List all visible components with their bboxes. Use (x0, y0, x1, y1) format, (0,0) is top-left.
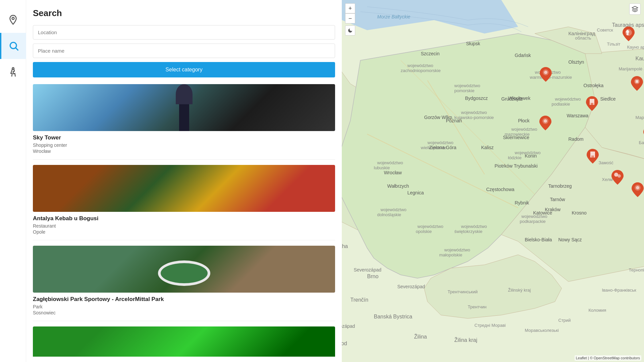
result-type-zaglebiowski-park: Park (33, 304, 335, 309)
svg-text:województwo: województwo (511, 127, 537, 132)
attribution-osm: © OpenStreetMap contributors (590, 356, 640, 360)
svg-text:Severozápad: Severozápad (397, 284, 425, 289)
svg-text:Konin: Konin (525, 153, 537, 159)
svg-text:województwo: województwo (407, 63, 433, 68)
svg-text:opolskie: opolskie (416, 229, 432, 234)
svg-point-0 (12, 17, 14, 20)
result-location-zaglebiowski-park: Sosnowiec (33, 310, 335, 315)
svg-line-2 (16, 48, 18, 50)
svg-text:Trenčín: Trenčín (351, 297, 369, 303)
svg-text:województwo: województwo (454, 83, 480, 88)
result-card-forest[interactable]: Forest AreaNaturePoland (33, 326, 335, 357)
svg-text:województwo: województwo (427, 140, 453, 145)
svg-text:Marijampolė apskritis: Marijampolė apskritis (619, 66, 644, 71)
map-pin-silesia[interactable] (632, 182, 644, 198)
svg-text:Моравськолезькі: Моравськолезькі (525, 328, 559, 333)
svg-text:lubuskie: lubuskie (374, 165, 390, 170)
svg-text:Severozápad: Severozápad (354, 267, 382, 273)
svg-point-144 (636, 186, 639, 189)
svg-text:Zielona Góra: Zielona Góra (429, 145, 457, 150)
svg-text:Ostrołęka: Ostrołęka (584, 83, 604, 88)
map-pin-poznan[interactable] (586, 96, 598, 112)
svg-text:Žilinský kraj: Žilinský kraj (508, 288, 531, 293)
svg-text:Gdańsk: Gdańsk (515, 53, 531, 58)
svg-point-1 (10, 42, 16, 49)
map-pin-zielona[interactable] (539, 116, 551, 132)
svg-text:podlaskie: podlaskie (552, 102, 570, 107)
result-name-zaglebiowski-park: Zagłębiowski Park Sportowy - ArcelorMitt… (33, 296, 335, 303)
svg-text:Стредні Мораві: Стредні Мораві (475, 323, 506, 328)
attribution-leaflet: Leaflet (576, 356, 587, 360)
svg-rect-127 (626, 31, 629, 33)
place-name-input[interactable] (33, 44, 335, 58)
svg-text:małopolskie: małopolskie (439, 252, 463, 257)
svg-text:Krosno: Krosno (572, 210, 587, 216)
svg-marker-149 (632, 6, 638, 9)
svg-text:Коломия: Коломия (589, 308, 606, 313)
svg-text:Kaunas: Kaunas (636, 56, 644, 61)
svg-text:Praha: Praha (342, 243, 348, 249)
svg-text:Bydgoszcz: Bydgoszcz (465, 96, 488, 101)
location-input[interactable] (33, 25, 335, 40)
map-pin-gdansk[interactable] (623, 26, 635, 43)
svg-text:łódzkie: łódzkie (508, 155, 522, 160)
map-controls: + − (345, 3, 355, 36)
sidebar-item-hike[interactable] (0, 59, 26, 85)
svg-text:podkarpackie: podkarpackie (520, 219, 546, 224)
svg-text:Szczecin: Szczecin (421, 51, 440, 56)
map-pin-wroclaw[interactable] (587, 149, 599, 165)
map-area[interactable]: województwo zachodniopomorskie województ… (342, 0, 644, 362)
svg-text:województwo: województwo (377, 160, 403, 165)
svg-text:dolnośląskie: dolnośląskie (377, 212, 401, 217)
map-pin-opole-1[interactable] (611, 170, 624, 186)
svg-text:Замość: Замość (599, 160, 614, 165)
result-card-zaglebiowski-park[interactable]: Zagłębiowski Park Sportowy - ArcelorMitt… (33, 246, 335, 321)
map-svg: województwo zachodniopomorskie województ… (342, 0, 644, 362)
svg-text:Brno: Brno (367, 274, 379, 279)
map-pin-szczecin[interactable] (540, 67, 552, 83)
app-layout: Search Select category Sky TowerShopping… (0, 0, 644, 362)
svg-text:Częstochowa: Częstochowa (486, 187, 515, 192)
svg-text:województwo: województwo (417, 224, 443, 229)
svg-text:Banská Bystrica: Banská Bystrica (374, 314, 413, 319)
svg-text:Olsztyn: Olsztyn (569, 59, 584, 65)
svg-text:Jihovýchod: Jihovýchod (342, 341, 347, 346)
map-attribution: Leaflet | © OpenStreetMap contributors (575, 355, 641, 361)
map-pin-bydgoszcz[interactable] (631, 76, 643, 92)
svg-text:Morze Bałtyckie: Morze Bałtyckie (377, 14, 411, 19)
svg-text:Каунo apskritis: Каунo apskritis (627, 45, 644, 50)
svg-text:Skierniewice: Skierniewice (503, 135, 530, 140)
svg-text:Tarnów: Tarnów (550, 197, 566, 202)
svg-text:Wałbrzych: Wałbrzych (387, 183, 409, 189)
result-type-antalya-kebab: Restaurant (33, 223, 335, 229)
sidebar-nav (0, 0, 26, 362)
result-card-sky-tower[interactable]: Sky TowerShopping centerWrocław (33, 84, 335, 160)
result-img-zaglebiowski-park (33, 246, 335, 293)
svg-text:Тернопіль: Тернопіль (629, 267, 644, 273)
search-panel: Search Select category Sky TowerShopping… (26, 0, 342, 362)
select-category-button[interactable]: Select category (33, 62, 335, 77)
svg-text:Poznań: Poznań (446, 118, 462, 123)
map-layer-button[interactable] (629, 3, 641, 15)
svg-point-142 (618, 174, 621, 178)
svg-point-136 (544, 119, 547, 123)
result-card-antalya-kebab[interactable]: Antalya Kebab u BogusiRestaurantOpole (33, 165, 335, 240)
svg-text:Nowy Sącz: Nowy Sącz (558, 237, 582, 242)
sidebar-item-search[interactable] (0, 33, 26, 59)
svg-text:Трентчинський: Трентчинський (448, 289, 478, 294)
svg-text:Tarnobrzeg: Tarnobrzeg (548, 183, 572, 189)
dark-mode-button[interactable] (345, 25, 355, 36)
result-type-sky-tower: Shopping center (33, 142, 335, 148)
svg-text:województwo: województwo (555, 97, 581, 102)
svg-text:Kalisz: Kalisz (481, 145, 494, 150)
zoom-out-button[interactable]: − (345, 13, 355, 23)
svg-text:Jihozápad: Jihozápad (342, 323, 355, 329)
sidebar-item-location[interactable] (0, 7, 26, 33)
svg-text:Маріямпальскі: Маріямпальскі (636, 115, 644, 120)
svg-text:Legnica: Legnica (408, 190, 424, 195)
svg-text:область: область (575, 36, 591, 41)
zoom-in-button[interactable]: + (345, 3, 355, 13)
svg-text:Хелм: Хелм (602, 177, 613, 182)
svg-rect-140 (591, 156, 594, 158)
result-img-sky-tower (33, 84, 335, 131)
